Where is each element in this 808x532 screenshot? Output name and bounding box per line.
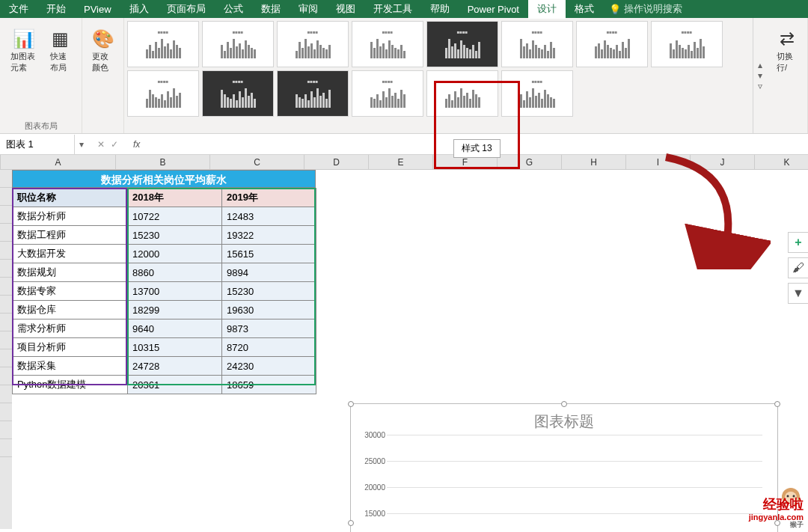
row-header[interactable] — [0, 170, 12, 188]
switch-icon: ⇄ — [780, 28, 795, 49]
tab-开始[interactable]: 开始 — [37, 0, 75, 19]
style-tooltip: 样式 13 — [453, 139, 501, 158]
tab-审阅[interactable]: 审阅 — [290, 0, 327, 19]
tab-插入[interactable]: 插入 — [120, 0, 158, 19]
tab-开发工具[interactable]: 开发工具 — [364, 0, 421, 19]
col-header[interactable]: H — [562, 155, 626, 169]
chart-style-thumb[interactable]: ■■■■ — [352, 21, 423, 67]
switch-row-col-button[interactable]: ⇄ 切换行/ — [772, 25, 801, 76]
tab-数据[interactable]: 数据 — [252, 0, 290, 19]
chart-style-thumb[interactable]: ■■■■ — [277, 21, 349, 67]
table-row[interactable]: 数据工程师1523019322 — [13, 226, 316, 245]
table-row[interactable]: 数据仓库1829919630 — [13, 301, 316, 319]
row-header[interactable] — [0, 439, 12, 457]
switch-row-col-label: 切换行/ — [777, 51, 797, 73]
add-chart-element-label: 加图表 元素 — [10, 51, 38, 73]
chart-styles-button[interactable]: 🖌 — [788, 257, 808, 278]
row-header[interactable] — [0, 296, 12, 314]
col-header[interactable]: G — [498, 155, 562, 169]
group-label-layout: 图表布局 — [25, 120, 58, 132]
table-row[interactable]: 数据分析师1072212483 — [13, 207, 316, 226]
table-row[interactable]: 需求分析师96409873 — [13, 319, 316, 338]
change-colors-button[interactable]: 🎨 更改 颜色 — [88, 25, 119, 76]
chart-style-thumb[interactable]: ■■■■ — [202, 21, 274, 67]
name-box[interactable]: 图表 1 — [0, 135, 75, 154]
chart-style-thumb[interactable]: ■■■■ — [651, 21, 723, 67]
chart-style-thumb[interactable]: ■■■■ — [277, 70, 349, 117]
data-table[interactable]: 职位名称2018年2019年 数据分析师1072212483数据工程师15230… — [12, 188, 316, 394]
gallery-more-icon[interactable]: ▿ — [753, 81, 766, 91]
watermark: 经验啦 jingyanla.com 猴子 — [749, 498, 804, 529]
tab-公式[interactable]: 公式 — [215, 0, 252, 19]
row-header[interactable] — [0, 385, 12, 403]
row-header[interactable] — [0, 260, 12, 278]
table-row[interactable]: Python数据建模2036118659 — [13, 376, 316, 394]
chart-title[interactable]: 图表标题 — [351, 404, 777, 435]
row-header[interactable] — [0, 367, 12, 385]
tab-页面布局[interactable]: 页面布局 — [158, 0, 215, 19]
tell-me-search[interactable]: 💡操作说明搜索 — [603, 2, 688, 16]
tab-视图[interactable]: 视图 — [327, 0, 364, 19]
col-header[interactable]: A — [1, 155, 116, 169]
row-header[interactable] — [0, 188, 12, 206]
row-header[interactable] — [0, 278, 12, 296]
chart-filters-button[interactable]: ▼ — [788, 283, 808, 304]
row-header[interactable] — [0, 403, 12, 421]
gallery-scroll[interactable]: ▴ ▾ ▿ — [753, 18, 766, 133]
col-header[interactable]: C — [210, 155, 304, 169]
chart-elements-button[interactable]: + — [788, 232, 808, 253]
tab-设计[interactable]: 设计 — [528, 0, 566, 19]
add-chart-element-button[interactable]: 📊 加图表 元素 — [6, 25, 43, 76]
chart-styles-gallery[interactable]: ■■■■■■■■■■■■■■■■■■■■■■■■■■■■■■■■■■■■■■■■… — [124, 18, 753, 133]
col-header[interactable]: B — [116, 155, 210, 169]
col-header[interactable]: E — [369, 155, 433, 169]
quick-layout-button[interactable]: ▦ 快速布局 — [46, 25, 76, 76]
ribbon-content: 📊 加图表 元素 ▦ 快速布局 图表布局 🎨 更改 颜色 ■■■■■■■■■■■… — [0, 18, 808, 134]
tab-Power Pivot[interactable]: Power Pivot — [459, 1, 528, 18]
row-header[interactable] — [0, 314, 12, 331]
table-row[interactable]: 数据规划88609894 — [13, 263, 316, 282]
chart-object[interactable]: 图表标题 050001000015000200002500030000 数据分析… — [350, 403, 778, 532]
col-header[interactable]: D — [304, 155, 369, 169]
chart-style-thumb[interactable]: ■■■■ — [127, 70, 199, 117]
row-header[interactable] — [0, 349, 12, 367]
name-box-dropdown-icon[interactable]: ▾ — [75, 139, 88, 150]
tab-文件[interactable]: 文件 — [0, 0, 37, 19]
row-header[interactable] — [0, 242, 12, 260]
row-header[interactable] — [0, 331, 12, 349]
table-title-cell[interactable]: 数据分析相关岗位平均薪水 — [12, 170, 316, 188]
quick-layout-label: 快速布局 — [50, 51, 71, 73]
gallery-up-icon[interactable]: ▴ — [753, 60, 766, 70]
chart-style-thumb[interactable]: ■■■■ — [501, 70, 573, 117]
enter-icon[interactable]: ✓ — [111, 139, 118, 150]
table-header[interactable]: 职位名称 — [13, 189, 128, 207]
annotation-arrow-icon — [651, 150, 771, 269]
chart-style-thumb[interactable]: ■■■■ — [426, 21, 498, 67]
table-header[interactable]: 2019年 — [222, 189, 316, 207]
chart-style-thumb[interactable]: ■■■■ — [426, 70, 498, 117]
tab-格式[interactable]: 格式 — [566, 0, 603, 19]
row-header[interactable] — [0, 421, 12, 439]
ribbon-tabs: 文件开始PView插入页面布局公式数据审阅视图开发工具帮助Power Pivot… — [0, 0, 808, 18]
chart-plot-area[interactable]: 050001000015000200002500030000 — [387, 435, 762, 532]
cancel-icon[interactable]: ✕ — [97, 139, 105, 150]
fx-label: fx — [127, 139, 146, 150]
table-row[interactable]: 项目分析师103158720 — [13, 338, 316, 357]
chart-style-thumb[interactable]: ■■■■ — [352, 70, 423, 117]
chart-bars[interactable] — [387, 435, 762, 532]
tab-帮助[interactable]: 帮助 — [421, 0, 459, 19]
palette-icon: 🎨 — [92, 28, 114, 49]
row-header[interactable] — [0, 224, 12, 242]
table-row[interactable]: 数据采集2472824230 — [13, 357, 316, 376]
table-row[interactable]: 数据专家1370015230 — [13, 282, 316, 301]
chart-style-thumb[interactable]: ■■■■ — [202, 70, 274, 117]
change-colors-label: 更改 颜色 — [92, 51, 114, 73]
chart-style-thumb[interactable]: ■■■■ — [501, 21, 573, 67]
row-header[interactable] — [0, 206, 12, 224]
table-row[interactable]: 大数据开发1200015615 — [13, 245, 316, 263]
chart-style-thumb[interactable]: ■■■■ — [576, 21, 648, 67]
gallery-down-icon[interactable]: ▾ — [753, 70, 766, 81]
table-header[interactable]: 2018年 — [128, 189, 222, 207]
tab-PView[interactable]: PView — [75, 1, 120, 18]
chart-style-thumb[interactable]: ■■■■ — [127, 21, 199, 67]
